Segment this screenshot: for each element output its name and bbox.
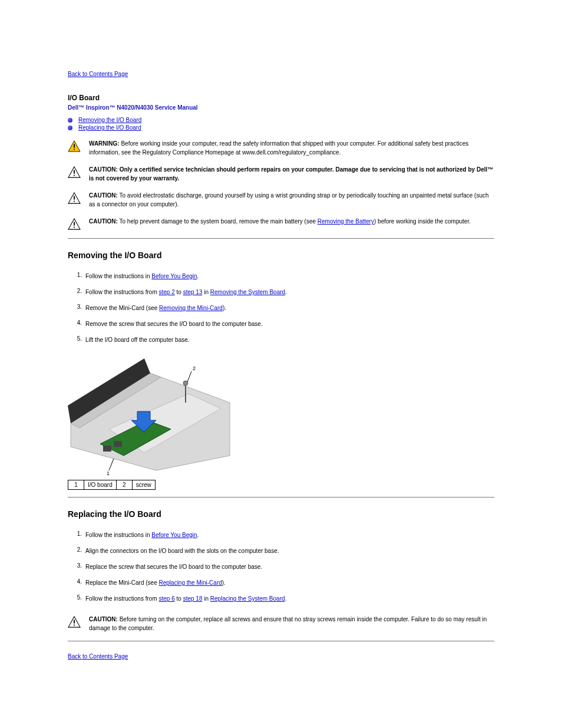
link-step18[interactable]: step 18 xyxy=(183,595,203,602)
step-text: Lift the I/O board off the computer base… xyxy=(85,332,494,348)
caution-batt-post: ) before working inside the computer. xyxy=(374,218,471,225)
step-number: 3. xyxy=(68,300,85,316)
caution-triangle-icon xyxy=(68,218,81,230)
caution-triangle-icon xyxy=(68,192,81,204)
callout-label: I/O board xyxy=(84,480,117,490)
svg-line-22 xyxy=(109,459,114,470)
divider xyxy=(68,497,494,498)
svg-rect-8 xyxy=(74,201,75,202)
link-step6[interactable]: step 6 xyxy=(159,595,175,602)
manual-subtitle: Dell™ Inspiron™ N4020/N4030 Service Manu… xyxy=(68,104,494,111)
link-before-you-begin[interactable]: Before You Begin xyxy=(151,273,197,279)
link-removing-system-board[interactable]: Removing the System Board xyxy=(210,289,285,295)
caution-auth-tail: is not covered by your warranty. xyxy=(89,175,179,182)
step-text: Remove the Mini-Card (see xyxy=(85,305,159,311)
caution-triangle-icon xyxy=(68,616,81,628)
figure-io-board: 1 2 xyxy=(68,353,233,476)
step-text: Align the connectors on the I/O board wi… xyxy=(85,543,494,559)
step-text: Follow the instructions in xyxy=(85,532,151,538)
caution-label: CAUTION: xyxy=(89,218,118,225)
callout-table: 1 I/O board 2 screw xyxy=(68,480,156,490)
caution-label: CAUTION: xyxy=(89,616,118,622)
step-text: Remove the screw that secures the I/O bo… xyxy=(85,316,494,332)
svg-rect-28 xyxy=(74,625,75,626)
caution-turn-on: CAUTION: Before turning on the computer,… xyxy=(68,615,494,633)
caution-on-text: Before turning on the computer, replace … xyxy=(89,616,487,631)
svg-line-24 xyxy=(187,371,191,382)
svg-rect-17 xyxy=(103,446,111,452)
link-replacing-system-board[interactable]: Replacing the System Board xyxy=(210,595,285,602)
link-before-you-begin[interactable]: Before You Begin xyxy=(151,532,197,538)
caution-label: CAUTION: xyxy=(89,166,118,173)
caution-batt-pre: To help prevent damage to the system boa… xyxy=(120,218,318,225)
svg-rect-10 xyxy=(74,222,75,225)
step-number: 4. xyxy=(68,575,85,591)
link-step2[interactable]: step 2 xyxy=(159,289,175,295)
caution-battery: CAUTION: To help prevent damage to the s… xyxy=(68,217,494,230)
caution-esd-text: To avoid electrostatic discharge, ground… xyxy=(89,192,489,207)
svg-rect-27 xyxy=(74,620,75,623)
toc-link-removing[interactable]: Removing the I/O Board xyxy=(78,117,141,123)
step-number: 5. xyxy=(68,591,85,607)
caution-triangle-icon xyxy=(68,166,81,178)
warning-label: WARNING: xyxy=(89,140,120,147)
caution-esd: CAUTION: To avoid electrostatic discharg… xyxy=(68,191,494,209)
step-number: 2. xyxy=(68,543,85,559)
svg-rect-7 xyxy=(74,196,75,199)
callout-num: 2 xyxy=(116,480,132,490)
back-to-contents-bottom[interactable]: Back to Contents Page xyxy=(68,653,128,660)
remove-steps: 1. Follow the instructions in Before You… xyxy=(68,268,494,348)
heading-replace: Replacing the I/O Board xyxy=(68,509,494,519)
toc-link-replacing[interactable]: Replacing the I/O Board xyxy=(78,124,141,131)
bullet-icon xyxy=(68,118,72,123)
step-number: 1. xyxy=(68,268,85,284)
caution-authorized: CAUTION: Only a certified service techni… xyxy=(68,165,494,183)
svg-rect-11 xyxy=(74,227,75,228)
step-text: Follow the instructions from xyxy=(85,595,159,602)
step-number: 3. xyxy=(68,559,85,575)
step-number: 1. xyxy=(68,527,85,543)
callout-label: screw xyxy=(132,480,155,490)
step-number: 2. xyxy=(68,284,85,300)
svg-rect-4 xyxy=(74,170,75,173)
divider xyxy=(68,238,494,239)
replace-steps: 1. Follow the instructions in Before You… xyxy=(68,527,494,607)
caution-label: CAUTION: xyxy=(89,192,118,199)
link-removing-battery[interactable]: Removing the Battery xyxy=(318,218,374,225)
divider xyxy=(68,641,494,641)
step-number: 5. xyxy=(68,332,85,348)
caution-auth-lead: Only a certified service technician shou… xyxy=(120,166,494,173)
link-step13[interactable]: step 13 xyxy=(183,289,203,295)
back-to-contents-top[interactable]: Back to Contents Page xyxy=(68,71,128,77)
step-text: Replace the Mini-Card (see xyxy=(85,579,159,586)
warning-triangle-icon xyxy=(68,140,81,152)
callout-num: 1 xyxy=(68,480,84,490)
svg-text:2: 2 xyxy=(193,365,196,371)
step-number: 4. xyxy=(68,316,85,332)
link-replacing-minicard[interactable]: Replacing the Mini-Card xyxy=(159,579,222,586)
svg-rect-1 xyxy=(74,144,75,147)
svg-rect-2 xyxy=(74,149,75,150)
heading-remove: Removing the I/O Board xyxy=(68,251,494,260)
figure-wrap: 1 2 1 I/O board 2 screw xyxy=(68,353,494,490)
page-title: I/O Board xyxy=(68,94,494,102)
page-toc: Removing the I/O Board Replacing the I/O… xyxy=(68,117,494,131)
warning-text: Before working inside your computer, rea… xyxy=(89,140,468,156)
svg-rect-18 xyxy=(114,441,122,447)
bullet-icon xyxy=(68,126,72,130)
step-text: Follow the instructions in xyxy=(85,273,151,279)
warning-notice: WARNING: Before working inside your comp… xyxy=(68,139,494,157)
link-removing-minicard[interactable]: Removing the Mini-Card xyxy=(159,305,223,311)
svg-text:1: 1 xyxy=(107,470,110,476)
svg-rect-5 xyxy=(74,175,75,176)
step-text: Follow the instructions from xyxy=(85,289,159,295)
step-text: Replace the screw that secures the I/O b… xyxy=(85,559,494,575)
